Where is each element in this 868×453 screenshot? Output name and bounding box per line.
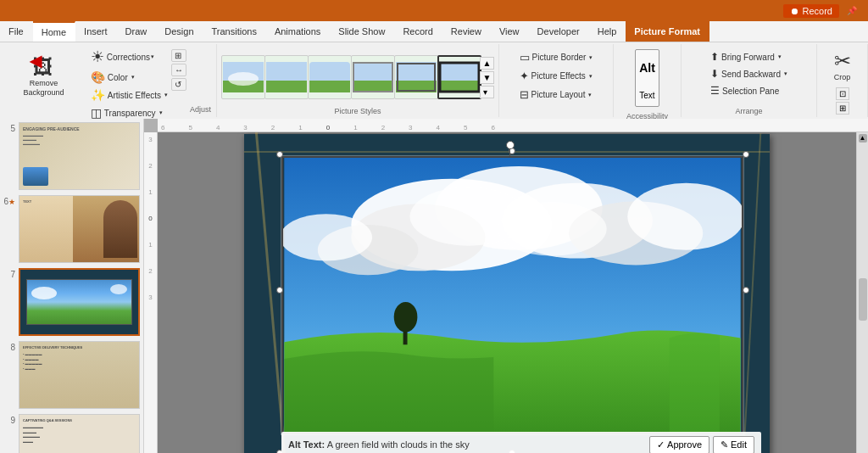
- slide-thumb-9[interactable]: CAPTIVATING Q&A SESSIONS ▬▬▬▬▬▬▬▬▬▬▬▬▬▬▬…: [19, 414, 140, 453]
- tab-insert[interactable]: Insert: [75, 21, 117, 42]
- slide-item-6[interactable]: 6★ TEXT: [3, 195, 140, 263]
- tab-home[interactable]: Home: [33, 21, 75, 42]
- styles-more[interactable]: ▾: [480, 86, 495, 98]
- tab-draw[interactable]: Draw: [117, 21, 157, 42]
- style-thumb-1[interactable]: [221, 55, 265, 99]
- remove-bg-icon: ◀ 🖼: [33, 55, 53, 79]
- vertical-scrollbar[interactable]: ▲ ▼: [856, 132, 868, 453]
- tab-help[interactable]: Help: [589, 21, 626, 42]
- picture-border-button[interactable]: ▭ Picture Border ▾: [516, 49, 597, 65]
- scroll-up[interactable]: ▲: [859, 134, 867, 143]
- approve-button[interactable]: ✓ Approve: [649, 436, 709, 454]
- tab-picture-format[interactable]: Picture Format: [626, 21, 709, 42]
- slide-item-9[interactable]: 9 CAPTIVATING Q&A SESSIONS ▬▬▬▬▬▬▬▬▬▬▬▬▬…: [3, 414, 140, 453]
- handle-tl[interactable]: [276, 151, 283, 158]
- styles-scroll-down[interactable]: ▼: [480, 71, 495, 84]
- corrections-icon: ☀: [91, 48, 104, 66]
- main-area: 5 ENGAGING PRE-AUDIENCE ▬▬▬▬▬▬▬▬▬▬▬▬▬▬▬ …: [0, 119, 868, 453]
- slide-item-8[interactable]: 8 EFFECTIVE DELIVERY TECHNIQUES • ▬▬▬▬▬•…: [3, 341, 140, 409]
- reset-picture-button[interactable]: ↺: [171, 78, 186, 91]
- scroll-thumb[interactable]: [859, 278, 867, 321]
- tab-review[interactable]: Review: [442, 21, 491, 42]
- picture-layout-icon: ⊟: [520, 88, 529, 101]
- edit-button[interactable]: ✎ Edit: [713, 436, 754, 454]
- picture-layout-button[interactable]: ⊟ Picture Layout ▾: [516, 87, 597, 103]
- style-thumb-4[interactable]: [351, 55, 395, 99]
- approve-label: Approve: [667, 439, 702, 450]
- tab-view[interactable]: View: [491, 21, 529, 42]
- compress-pictures-button[interactable]: ⊞: [171, 49, 186, 62]
- style-thumb-3[interactable]: [308, 55, 352, 99]
- record-button[interactable]: ⏺ Record: [783, 4, 839, 18]
- slide-thumb-8[interactable]: EFFECTIVE DELIVERY TECHNIQUES • ▬▬▬▬▬• ▬…: [19, 341, 140, 409]
- pin-button[interactable]: 📌: [839, 0, 865, 21]
- handle-ml[interactable]: [276, 287, 283, 294]
- canvas-with-ruler: 3210123: [144, 132, 868, 453]
- slide-thumb-7[interactable]: [19, 268, 140, 336]
- crop-group: ✂ Crop ⊡ ⊞: [817, 44, 868, 117]
- alt-text-button[interactable]: Alt Text: [632, 46, 663, 110]
- compress-icon: ⊞: [175, 51, 181, 60]
- slide-item-7[interactable]: 7: [3, 268, 140, 336]
- rotate-handle[interactable]: [506, 141, 515, 149]
- selection-pane-button[interactable]: ☰ Selection Pane: [707, 83, 791, 98]
- styles-scroll-up[interactable]: ▲: [480, 57, 495, 70]
- crop-icon: ✂: [834, 49, 851, 73]
- svg-rect-4: [266, 81, 307, 92]
- crop-options-1[interactable]: ⊡: [836, 87, 849, 100]
- tab-slideshow[interactable]: Slide Show: [330, 21, 394, 42]
- artistic-dropdown: ▾: [164, 92, 168, 98]
- slide-thumb-5[interactable]: ENGAGING PRE-AUDIENCE ▬▬▬▬▬▬▬▬▬▬▬▬▬▬▬: [19, 122, 140, 190]
- color-icon: 🎨: [91, 70, 105, 84]
- slide-thumb-6[interactable]: TEXT: [19, 195, 140, 263]
- tab-design[interactable]: Design: [156, 21, 203, 42]
- send-backward-button[interactable]: ⬇ Send Backward ▾: [707, 66, 791, 81]
- alt-text-content: Alt Text: A green field with clouds in t…: [288, 439, 470, 450]
- landscape-svg: [283, 158, 742, 433]
- tab-file[interactable]: File: [0, 21, 33, 42]
- tab-animations[interactable]: Animations: [266, 21, 330, 42]
- svg-rect-6: [309, 81, 350, 92]
- handle-mr[interactable]: [743, 287, 749, 294]
- tab-developer[interactable]: Developer: [529, 21, 589, 42]
- slide-number-7: 7: [3, 270, 15, 279]
- remove-background-button[interactable]: ◀ 🖼 Remove Background: [5, 46, 82, 107]
- tab-record[interactable]: Record: [394, 21, 442, 42]
- style-thumb-2[interactable]: [264, 55, 309, 99]
- change-icon: ↔: [175, 65, 183, 75]
- arrange-label: Arrange: [735, 105, 762, 115]
- corrections-button[interactable]: ☀ Corrections ▾: [87, 46, 171, 68]
- alt-text-prefix: Alt Text:: [288, 439, 325, 450]
- slide-item-5[interactable]: 5 ENGAGING PRE-AUDIENCE ▬▬▬▬▬▬▬▬▬▬▬▬▬▬▬: [3, 122, 140, 190]
- crop-label: Crop: [834, 73, 851, 82]
- style-thumb-6[interactable]: [437, 55, 481, 99]
- svg-point-24: [283, 214, 372, 260]
- record-icon: ⏺: [790, 6, 799, 16]
- slide-canvas[interactable]: Alt Text: A green field with clouds in t…: [158, 132, 856, 453]
- tab-transitions[interactable]: Transitions: [203, 21, 266, 42]
- picture-effects-button[interactable]: ✦ Picture Effects ▾: [516, 68, 597, 84]
- color-button[interactable]: 🎨 Color ▾: [87, 69, 171, 86]
- style-thumb-5[interactable]: [394, 55, 438, 99]
- change-picture-button[interactable]: ↔: [171, 64, 186, 76]
- transparency-icon: ◫: [91, 106, 102, 120]
- crop-options-2[interactable]: ⊞: [836, 102, 849, 115]
- slide-container[interactable]: Alt Text: A green field with clouds in t…: [244, 134, 770, 454]
- artistic-effects-button[interactable]: ✨ Artistic Effects ▾: [87, 87, 171, 103]
- handle-tr[interactable]: [743, 151, 749, 158]
- record-label: Record: [803, 6, 832, 16]
- approve-icon: ✓: [657, 439, 665, 450]
- bring-forward-button[interactable]: ⬆ Bring Forward ▾: [707, 49, 791, 64]
- ruler-vertical: 3210123: [144, 132, 158, 453]
- alt-text-icon: Alt Text: [635, 49, 659, 107]
- format-options-group: ▭ Picture Border ▾ ✦ Picture Effects ▾ ⊟…: [499, 44, 614, 117]
- arrange-group: ⬆ Bring Forward ▾ ⬇ Send Backward ▾ ☰ Se…: [682, 44, 817, 117]
- svg-point-22: [627, 182, 742, 249]
- alt-text-actions: ✓ Approve ✎ Edit: [649, 436, 754, 454]
- ribbon-content: ◀ 🖼 Remove Background ☀ Corrections ▾ 🎨 …: [0, 42, 868, 119]
- ruler-horizontal: 6543210123456: [158, 119, 868, 132]
- remove-bg-label: Remove Background: [10, 79, 77, 98]
- svg-rect-8: [353, 81, 393, 92]
- slide-image[interactable]: [281, 156, 743, 434]
- crop-button[interactable]: ✂ Crop: [822, 46, 863, 86]
